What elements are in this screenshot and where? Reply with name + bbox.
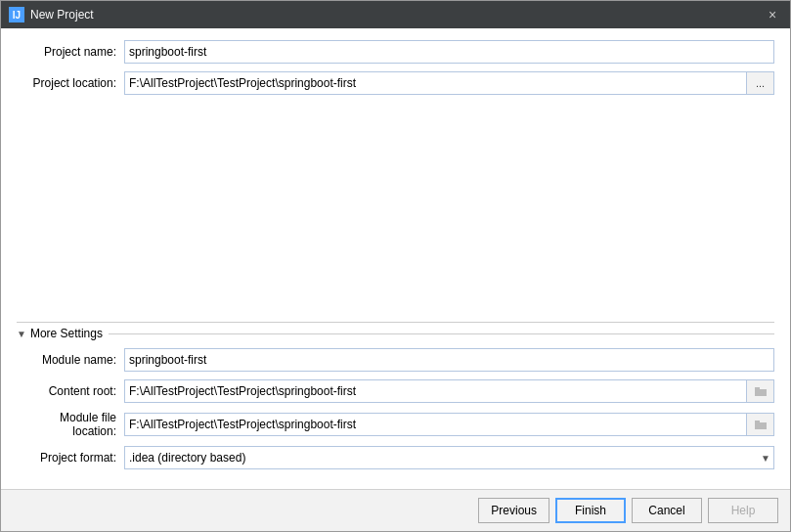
content-root-browse-button[interactable] bbox=[747, 379, 774, 403]
dialog-title: New Project bbox=[30, 8, 763, 22]
content-root-row: Content root: bbox=[17, 379, 774, 403]
collapse-arrow-icon: ▼ bbox=[17, 329, 26, 339]
svg-rect-1 bbox=[755, 387, 760, 390]
content-root-input-group bbox=[124, 379, 774, 403]
project-format-select-wrapper: .idea (directory based) ▼ bbox=[124, 446, 774, 469]
spacer bbox=[17, 103, 774, 318]
module-file-location-input-group bbox=[124, 413, 774, 436]
module-file-location-input[interactable] bbox=[124, 413, 747, 436]
project-location-input[interactable] bbox=[124, 71, 747, 95]
project-name-input[interactable] bbox=[124, 40, 774, 64]
content-root-input[interactable] bbox=[124, 379, 747, 403]
svg-rect-3 bbox=[755, 421, 760, 423]
module-name-label: Module name: bbox=[17, 353, 124, 367]
new-project-dialog: IJ New Project × Project name: Project l… bbox=[0, 0, 791, 532]
module-file-location-label: Module file location: bbox=[17, 411, 124, 438]
project-format-select[interactable]: .idea (directory based) bbox=[124, 446, 774, 469]
more-settings-label: More Settings bbox=[30, 327, 103, 340]
project-location-browse-button[interactable]: ... bbox=[747, 71, 774, 95]
title-bar: IJ New Project × bbox=[1, 1, 790, 28]
project-name-row: Project name: bbox=[17, 40, 774, 64]
cancel-button[interactable]: Cancel bbox=[632, 498, 702, 523]
project-location-input-group: ... bbox=[124, 71, 774, 95]
module-file-location-row: Module file location: bbox=[17, 411, 774, 438]
project-location-row: Project location: ... bbox=[17, 71, 774, 95]
project-format-row: Project format: .idea (directory based) … bbox=[17, 446, 774, 469]
folder-icon-2 bbox=[755, 420, 767, 429]
content-root-label: Content root: bbox=[17, 384, 124, 398]
project-location-label: Project location: bbox=[17, 76, 124, 90]
project-name-label: Project name: bbox=[17, 45, 124, 59]
dialog-content: Project name: Project location: ... ▼ Mo… bbox=[1, 28, 790, 489]
module-file-location-browse-button[interactable] bbox=[747, 413, 774, 436]
folder-icon bbox=[755, 386, 767, 396]
close-button[interactable]: × bbox=[763, 5, 782, 24]
more-settings-header[interactable]: ▼ More Settings bbox=[17, 327, 774, 340]
more-settings-section: ▼ More Settings Module name: Content roo… bbox=[17, 322, 774, 477]
project-format-label: Project format: bbox=[17, 451, 124, 465]
svg-rect-2 bbox=[755, 422, 767, 429]
previous-button[interactable]: Previous bbox=[478, 498, 549, 523]
svg-rect-0 bbox=[755, 389, 767, 396]
finish-button[interactable]: Finish bbox=[555, 498, 626, 523]
more-settings-divider bbox=[109, 333, 774, 334]
module-name-input[interactable] bbox=[124, 348, 774, 372]
app-icon: IJ bbox=[9, 7, 24, 22]
module-name-row: Module name: bbox=[17, 348, 774, 372]
help-button[interactable]: Help bbox=[708, 498, 778, 523]
dialog-footer: Previous Finish Cancel Help bbox=[1, 489, 790, 531]
